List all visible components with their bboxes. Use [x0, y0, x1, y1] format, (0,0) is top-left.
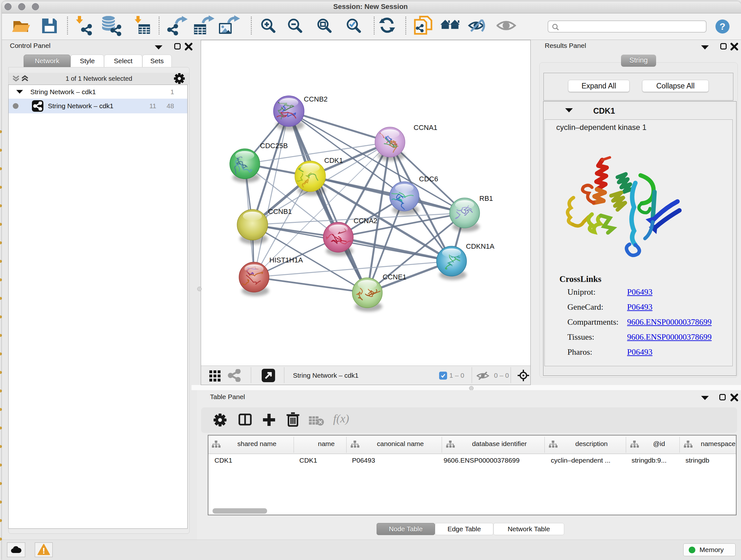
svg-text:CDK1: CDK1	[324, 157, 343, 165]
svg-text:CCNA2: CCNA2	[354, 217, 378, 225]
svg-text:RB1: RB1	[479, 194, 493, 202]
svg-text:HIST1H1A: HIST1H1A	[269, 256, 303, 264]
svg-text:CDC25B: CDC25B	[260, 142, 288, 150]
svg-text:CDKN1A: CDKN1A	[466, 242, 495, 250]
svg-text:CCNE1: CCNE1	[383, 273, 407, 281]
svg-text:CCNA1: CCNA1	[414, 124, 437, 132]
svg-text:CCNB2: CCNB2	[304, 95, 328, 103]
svg-text:CDC6: CDC6	[419, 175, 438, 183]
svg-text:CCNB1: CCNB1	[268, 207, 292, 215]
